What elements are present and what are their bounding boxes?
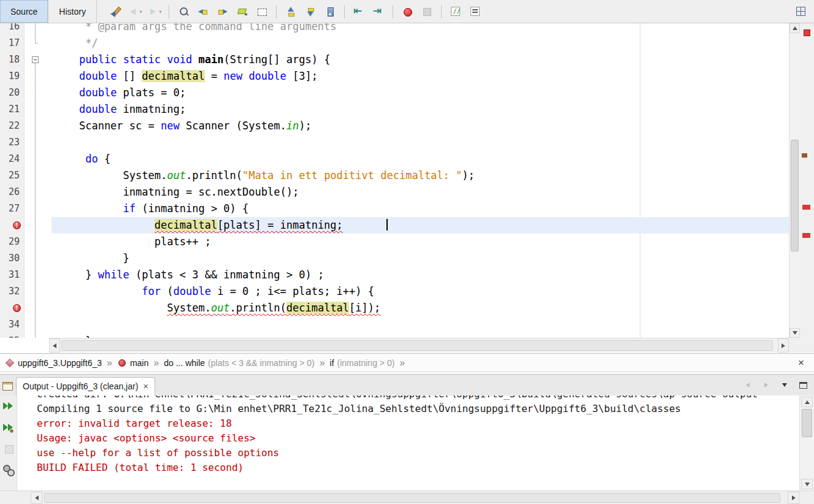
stop-build-button[interactable] bbox=[2, 442, 15, 456]
find-previous-occurrence-button[interactable] bbox=[194, 4, 212, 20]
scroll-right-button[interactable] bbox=[778, 338, 789, 353]
chevron-right-icon[interactable]: » bbox=[399, 357, 405, 368]
output-tab[interactable]: Output - Uppgift6_3 (clean,jar) × bbox=[16, 377, 155, 395]
scroll-down-button[interactable] bbox=[789, 328, 800, 338]
scroll-right-button[interactable] bbox=[788, 492, 799, 504]
ant-settings-button[interactable] bbox=[2, 464, 15, 477]
code-line[interactable]: */ bbox=[52, 35, 789, 52]
code-line[interactable]: System.out.println("Mata in ett poditivt… bbox=[52, 167, 789, 184]
line-number-gutter[interactable]: 161718192021222324252627!29303132!3435 bbox=[0, 23, 25, 338]
code-line[interactable]: } bbox=[52, 333, 789, 338]
gutter-error-row[interactable]: ! bbox=[0, 300, 24, 316]
error-stripe-mark[interactable] bbox=[802, 153, 807, 158]
scroll-down-button[interactable] bbox=[801, 479, 813, 489]
breadcrumb-close-button[interactable]: × bbox=[793, 357, 809, 369]
chevron-right-icon[interactable]: » bbox=[153, 357, 159, 368]
code-line[interactable]: public static void main(String[] args) { bbox=[52, 52, 789, 68]
code-line[interactable] bbox=[52, 316, 789, 333]
code-line[interactable]: System.out.println(decimaltal[i]); bbox=[52, 300, 789, 316]
editor-windows-button[interactable] bbox=[792, 4, 809, 20]
scroll-left-button[interactable] bbox=[49, 338, 60, 353]
gutter-line-number[interactable]: 34 bbox=[0, 316, 24, 333]
gutter-line-number[interactable]: 35 bbox=[0, 333, 24, 338]
breadcrumb-item[interactable]: do ... while(plats < 3 && inmatning > 0) bbox=[164, 358, 314, 368]
error-stripe-mark[interactable] bbox=[802, 233, 810, 238]
scroll-up-button[interactable] bbox=[801, 397, 813, 407]
scroll-up-button[interactable] bbox=[789, 23, 800, 33]
code-area[interactable]: * @param args the command line arguments… bbox=[52, 23, 789, 338]
scrollbar-thumb[interactable] bbox=[802, 409, 812, 437]
gutter-line-number[interactable]: 32 bbox=[0, 283, 24, 300]
code-line[interactable]: } bbox=[52, 250, 789, 267]
code-line[interactable]: double inmatning; bbox=[52, 101, 789, 118]
comment-button[interactable] bbox=[447, 4, 464, 20]
breadcrumb-item[interactable]: main bbox=[117, 358, 148, 368]
gutter-line-number[interactable]: 30 bbox=[0, 250, 24, 267]
rerun-build-with-options-button[interactable] bbox=[2, 421, 15, 434]
previous-bookmark-button[interactable] bbox=[282, 4, 299, 20]
code-line[interactable]: Scanner sc = new Scanner (System.in); bbox=[52, 118, 789, 134]
code-line[interactable]: decimaltal[plats] = inmatning; bbox=[52, 217, 789, 234]
start-macro-recording-button[interactable] bbox=[399, 4, 416, 20]
gutter-line-number[interactable]: 21 bbox=[0, 101, 24, 118]
gutter-line-number[interactable]: 23 bbox=[0, 134, 24, 151]
gutter-line-number[interactable]: 20 bbox=[0, 85, 24, 101]
code-line[interactable]: if (inmatning > 0) { bbox=[52, 200, 789, 217]
code-line[interactable]: } while (plats < 3 && inmatning > 0) ; bbox=[52, 267, 789, 283]
breadcrumb-item[interactable]: if(inmatning > 0) bbox=[330, 358, 395, 368]
gutter-line-number[interactable]: 19 bbox=[0, 68, 24, 85]
fold-collapse-button[interactable] bbox=[32, 56, 39, 63]
editor-vertical-scrollbar[interactable] bbox=[789, 23, 800, 338]
tab-history[interactable]: History bbox=[48, 0, 97, 23]
gutter-line-number[interactable]: 16 bbox=[0, 23, 24, 35]
output-console[interactable]: Created dir: G:\Min enhet\PRR1_Te21c_Jol… bbox=[17, 395, 799, 491]
chevron-right-icon[interactable]: » bbox=[107, 357, 112, 368]
gutter-error-row[interactable]: ! bbox=[0, 217, 24, 234]
code-line[interactable]: inmatning = sc.nextDouble(); bbox=[52, 184, 789, 200]
code-line[interactable]: double [] decimaltal = new double [3]; bbox=[52, 68, 789, 85]
stop-macro-recording-button[interactable] bbox=[418, 4, 436, 20]
output-tab-close-button[interactable]: × bbox=[143, 383, 148, 390]
shift-line-right-button[interactable] bbox=[370, 4, 387, 20]
scrollbar-thumb[interactable] bbox=[791, 140, 799, 251]
gutter-line-number[interactable]: 24 bbox=[0, 151, 24, 167]
gutter-line-number[interactable]: 27 bbox=[0, 200, 24, 217]
find-selection-button[interactable] bbox=[175, 4, 192, 20]
scrollbar-thumb[interactable] bbox=[61, 340, 773, 351]
shift-line-left-button[interactable] bbox=[350, 4, 367, 20]
toggle-highlight-search-button[interactable] bbox=[234, 4, 251, 20]
output-horizontal-scrollbar[interactable] bbox=[0, 491, 814, 504]
maximize-window-button[interactable] bbox=[798, 381, 808, 389]
code-line[interactable]: for (double i = 0 ; i<= plats; i++) { bbox=[52, 283, 789, 300]
last-edit-location-button[interactable] bbox=[107, 4, 124, 20]
gutter-line-number[interactable]: 31 bbox=[0, 267, 24, 283]
gutter-line-number[interactable]: 22 bbox=[0, 118, 24, 134]
gutter-line-number[interactable]: 18 bbox=[0, 52, 24, 68]
find-next-occurrence-button[interactable] bbox=[214, 4, 231, 20]
error-stripe-mark[interactable] bbox=[802, 205, 810, 210]
dropdown-caret-icon[interactable]: ▾ bbox=[139, 9, 142, 15]
code-line[interactable]: * @param args the command line arguments bbox=[52, 23, 789, 35]
gutter-line-number[interactable]: 25 bbox=[0, 167, 24, 184]
scroll-tabs-right-button[interactable] bbox=[761, 381, 771, 389]
code-line[interactable]: do { bbox=[52, 151, 789, 167]
gutter-line-number[interactable]: 29 bbox=[0, 234, 24, 250]
rerun-build-button[interactable] bbox=[2, 399, 15, 413]
next-bookmark-button[interactable] bbox=[302, 4, 319, 20]
editor-horizontal-scrollbar[interactable] bbox=[49, 338, 789, 353]
code-line[interactable]: plats++ ; bbox=[52, 234, 789, 250]
code-line[interactable] bbox=[52, 134, 789, 151]
breadcrumb-item[interactable]: uppgift6_3.Uppgift6_3 bbox=[5, 358, 102, 368]
toggle-rectangular-selection-button[interactable] bbox=[253, 4, 271, 20]
scroll-tabs-left-button[interactable] bbox=[743, 381, 753, 389]
error-status-indicator[interactable] bbox=[804, 29, 810, 36]
back-button[interactable]: ▾ bbox=[126, 4, 144, 20]
tab-source[interactable]: Source bbox=[0, 0, 48, 23]
uncomment-button[interactable] bbox=[467, 4, 484, 20]
dropdown-caret-icon[interactable]: ▾ bbox=[159, 9, 162, 15]
gutter-line-number[interactable]: 26 bbox=[0, 184, 24, 200]
scroll-left-button[interactable] bbox=[31, 492, 42, 504]
code-line[interactable]: double plats = 0; bbox=[52, 85, 789, 101]
error-badge[interactable]: ! bbox=[13, 221, 21, 229]
gutter-line-number[interactable]: 17 bbox=[0, 35, 24, 52]
